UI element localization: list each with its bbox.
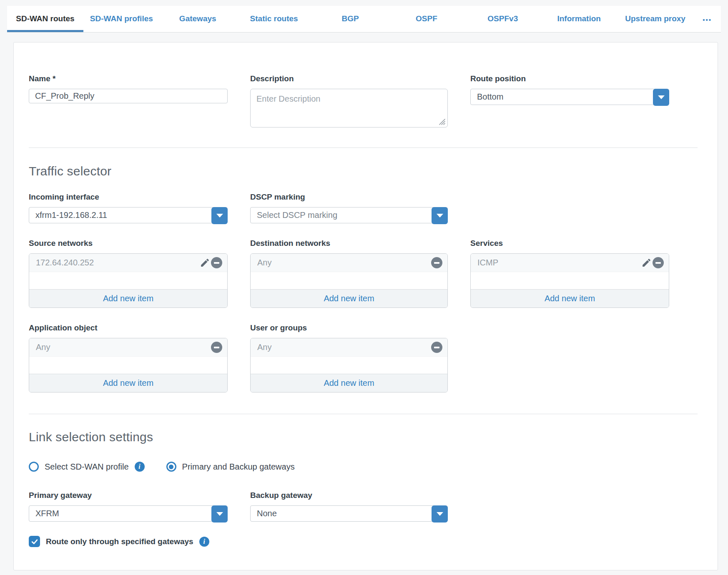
tab-upstream-proxy[interactable]: Upstream proxy	[617, 6, 693, 32]
edit-pencil-icon[interactable]	[198, 257, 211, 269]
service-value: ICMP	[477, 258, 640, 268]
add-user-or-group-button[interactable]: Add new item	[251, 374, 447, 392]
services-field-group: Services ICMP Add new item	[470, 239, 669, 308]
source-networks-list: 172.64.240.252 Add new item	[29, 253, 228, 308]
primary-backup-radio-row: Primary and Backup gateways	[166, 462, 295, 472]
dscp-marking-select[interactable]: Select DSCP marking	[250, 207, 448, 223]
tab-bgp[interactable]: BGP	[312, 6, 389, 32]
application-object-list: Any Add new item	[29, 338, 228, 392]
source-network-value: 172.64.240.252	[36, 258, 198, 268]
backup-gateway-field-group: Backup gateway None	[250, 491, 448, 522]
traffic-selector-title: Traffic selector	[29, 164, 697, 178]
tab-bar: SD-WAN routes SD-WAN profiles Gateways S…	[7, 6, 721, 32]
tab-static-routes[interactable]: Static routes	[236, 6, 312, 32]
route-position-value: Bottom	[477, 92, 503, 102]
chevron-down-icon[interactable]	[653, 89, 669, 106]
list-item: Any	[29, 338, 227, 357]
remove-item-icon[interactable]	[653, 257, 664, 268]
list-item: Any	[251, 254, 447, 272]
application-object-field-group: Application object Any Add new item	[29, 323, 228, 392]
destination-network-value: Any	[257, 258, 431, 268]
destination-networks-list: Any Add new item	[250, 253, 448, 308]
chevron-down-icon[interactable]	[211, 505, 228, 522]
divider	[29, 414, 698, 414]
services-list: ICMP Add new item	[470, 253, 669, 308]
backup-gateway-select[interactable]: None	[250, 505, 448, 522]
link-selection-title: Link selection settings	[29, 430, 697, 444]
name-label: Name *	[29, 74, 228, 83]
primary-gateway-field-group: Primary gateway XFRM	[29, 491, 228, 522]
route-only-checkbox-row: Route only through specified gateways i	[29, 536, 697, 547]
route-position-label: Route position	[470, 74, 669, 83]
primary-backup-radio-label: Primary and Backup gateways	[182, 462, 295, 472]
add-destination-network-button[interactable]: Add new item	[251, 289, 447, 308]
primary-gateway-select[interactable]: XFRM	[29, 505, 228, 522]
tab-sd-wan-profiles[interactable]: SD-WAN profiles	[83, 6, 160, 32]
tab-ospfv3[interactable]: OSPFv3	[464, 6, 541, 32]
user-or-groups-list: Any Add new item	[250, 338, 448, 392]
chevron-down-icon[interactable]	[432, 505, 448, 522]
application-object-label: Application object	[29, 323, 228, 332]
dscp-marking-label: DSCP marking	[250, 192, 448, 202]
sd-wan-profile-radio[interactable]	[29, 462, 39, 472]
route-position-field-group: Route position Bottom	[470, 74, 669, 105]
source-networks-label: Source networks	[29, 239, 228, 248]
incoming-interface-value: xfrm1-192.168.2.11	[35, 210, 107, 220]
list-item: ICMP	[471, 254, 669, 272]
tab-sd-wan-routes[interactable]: SD-WAN routes	[7, 6, 83, 32]
info-icon[interactable]: i	[135, 462, 145, 472]
resize-handle-icon[interactable]	[438, 118, 446, 125]
primary-gateway-value: XFRM	[35, 509, 59, 518]
add-application-object-button[interactable]: Add new item	[29, 374, 227, 392]
add-source-network-button[interactable]: Add new item	[29, 289, 227, 308]
add-service-button[interactable]: Add new item	[471, 289, 669, 308]
user-or-groups-label: User or groups	[250, 323, 448, 332]
user-or-groups-value: Any	[257, 342, 431, 352]
incoming-interface-field-group: Incoming interface xfrm1-192.168.2.11	[29, 192, 228, 223]
route-only-checkbox-label: Route only through specified gateways	[46, 537, 193, 546]
name-input[interactable]	[29, 89, 228, 103]
primary-backup-radio[interactable]	[166, 462, 176, 472]
remove-item-icon[interactable]	[431, 342, 442, 353]
incoming-interface-label: Incoming interface	[29, 192, 228, 202]
backup-gateway-label: Backup gateway	[250, 491, 448, 500]
dscp-marking-field-group: DSCP marking Select DSCP marking	[250, 192, 448, 223]
primary-gateway-label: Primary gateway	[29, 491, 228, 500]
divider	[29, 148, 698, 148]
description-label: Description	[250, 74, 448, 83]
application-object-value: Any	[36, 342, 211, 352]
sd-wan-profile-radio-row: Select SD-WAN profile i	[29, 462, 145, 472]
backup-gateway-value: None	[257, 509, 277, 518]
dscp-marking-placeholder: Select DSCP marking	[257, 210, 337, 220]
destination-networks-label: Destination networks	[250, 239, 448, 248]
list-item: Any	[251, 338, 447, 357]
incoming-interface-select[interactable]: xfrm1-192.168.2.11	[29, 207, 228, 223]
chevron-down-icon[interactable]	[211, 207, 228, 224]
remove-item-icon[interactable]	[211, 257, 222, 268]
edit-pencil-icon[interactable]	[640, 257, 653, 269]
services-label: Services	[470, 239, 669, 248]
description-input[interactable]	[250, 89, 448, 128]
list-item: 172.64.240.252	[29, 254, 227, 272]
name-field-group: Name *	[29, 74, 228, 103]
more-tabs-icon[interactable]: •••	[693, 6, 721, 32]
chevron-down-icon[interactable]	[432, 207, 448, 224]
description-field-group: Description	[250, 74, 448, 129]
user-or-groups-field-group: User or groups Any Add new item	[250, 323, 448, 392]
route-only-checkbox[interactable]	[29, 536, 40, 547]
tab-gateways[interactable]: Gateways	[160, 6, 236, 32]
destination-networks-field-group: Destination networks Any Add new item	[250, 239, 448, 308]
info-icon[interactable]: i	[199, 537, 209, 547]
source-networks-field-group: Source networks 172.64.240.252 Add new i…	[29, 239, 228, 308]
tab-information[interactable]: Information	[541, 6, 617, 32]
route-position-select[interactable]: Bottom	[470, 89, 669, 105]
sd-wan-route-form: Name * Description Route position Bottom	[13, 42, 718, 570]
sd-wan-profile-radio-label: Select SD-WAN profile	[45, 462, 129, 472]
remove-item-icon[interactable]	[211, 342, 222, 353]
tab-ospf[interactable]: OSPF	[388, 6, 464, 32]
remove-item-icon[interactable]	[431, 257, 442, 268]
